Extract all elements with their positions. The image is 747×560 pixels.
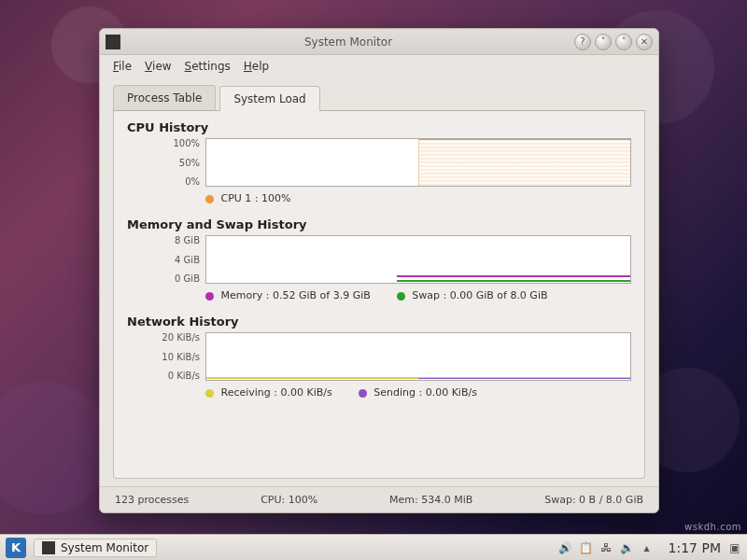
memory-history-section: Memory and Swap History 8 GiB 4 GiB 0 Gi… [127, 217, 631, 301]
menu-file[interactable]: File [113, 60, 132, 73]
clock[interactable]: 1:17 PM [669, 540, 721, 555]
sending-dot-icon [359, 389, 367, 398]
memory-dot-icon [205, 292, 214, 301]
tab-system-load[interactable]: System Load [219, 86, 319, 111]
watermark: wskdh.com [684, 522, 741, 532]
app-launcher-button[interactable]: K [6, 538, 26, 558]
memory-series-line [397, 275, 630, 277]
menu-settings[interactable]: Settings [185, 60, 231, 73]
sound-icon[interactable]: 🔉 [620, 541, 633, 554]
tray-expand-icon[interactable]: ▴ [641, 541, 654, 554]
menu-view[interactable]: View [145, 60, 171, 73]
net-plot [205, 332, 631, 381]
close-button[interactable]: ✕ [636, 34, 653, 50]
cpu-y-axis: 100% 50% 0% [127, 138, 200, 187]
network-history-section: Network History 20 KiB/s 10 KiB/s 0 KiB/… [127, 315, 631, 399]
cpu-history-section: CPU History 100% 50% 0% CPU 1 : 100% [127, 120, 631, 204]
system-tray: 🔊 📋 🖧 🔉 ▴ 1:17 PM ▣ [558, 540, 741, 555]
net-legend-2: Sending : 0.00 KiB/s [359, 386, 477, 399]
minimize-button[interactable]: ˅ [595, 34, 612, 50]
window-title: System Monitor [126, 35, 571, 49]
cpu-history-title: CPU History [127, 120, 631, 134]
volume-icon[interactable]: 🔊 [558, 541, 571, 554]
task-app-icon [42, 541, 55, 554]
cpu-legend-1: CPU 1 : 100% [205, 192, 291, 204]
memory-history-title: Memory and Swap History [127, 217, 631, 231]
status-processes: 123 processes [115, 494, 189, 506]
menubar: File View Settings Help [100, 55, 658, 77]
taskbar: K System Monitor 🔊 📋 🖧 🔉 ▴ 1:17 PM ▣ [0, 534, 747, 560]
help-button[interactable]: ? [574, 34, 591, 50]
swap-dot-icon [397, 292, 405, 301]
show-desktop-icon[interactable]: ▣ [728, 541, 741, 554]
system-load-panel: CPU History 100% 50% 0% CPU 1 : 100% [113, 111, 645, 479]
swap-series-line [397, 280, 630, 282]
menu-help[interactable]: Help [244, 60, 269, 73]
status-cpu: CPU: 100% [261, 494, 317, 506]
task-label: System Monitor [61, 541, 148, 554]
status-bar: 123 processes CPU: 100% Mem: 534.0 MiB S… [100, 486, 658, 512]
mem-y-axis: 8 GiB 4 GiB 0 GiB [127, 235, 200, 284]
mem-plot [205, 235, 631, 284]
cpu-series-fill [418, 139, 630, 186]
network-history-title: Network History [127, 315, 631, 329]
receiving-dot-icon [205, 389, 214, 398]
status-swap: Swap: 0 B / 8.0 GiB [544, 494, 643, 506]
cpu-plot [205, 138, 631, 187]
mem-legend-2: Swap : 0.00 GiB of 8.0 GiB [397, 289, 548, 301]
mem-legend-1: Memory : 0.52 GiB of 3.9 GiB [205, 289, 371, 301]
cpu-dot-icon [205, 195, 214, 203]
net-legend-1: Receiving : 0.00 KiB/s [205, 386, 332, 399]
net-y-axis: 20 KiB/s 10 KiB/s 0 KiB/s [127, 332, 200, 381]
maximize-button[interactable]: ˄ [615, 34, 632, 50]
app-icon [106, 35, 120, 49]
titlebar[interactable]: System Monitor ? ˅ ˄ ✕ [100, 29, 658, 55]
clipboard-icon[interactable]: 📋 [579, 541, 592, 554]
status-mem: Mem: 534.0 MiB [389, 494, 472, 506]
taskbar-entry-system-monitor[interactable]: System Monitor [34, 539, 157, 557]
tab-process-table[interactable]: Process Table [113, 85, 216, 110]
tab-bar: Process Table System Load [113, 85, 645, 111]
system-monitor-window: System Monitor ? ˅ ˄ ✕ File View Setting… [99, 28, 659, 513]
network-icon[interactable]: 🖧 [599, 541, 613, 554]
sending-series-line [418, 378, 630, 379]
